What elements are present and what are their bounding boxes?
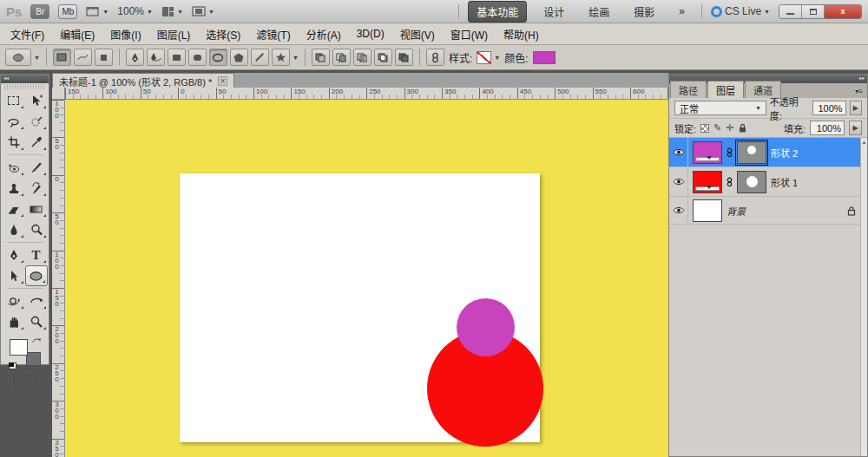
add-to-shape-button[interactable] [312,49,330,66]
layer-row-background[interactable]: 背景 [669,197,860,225]
healing-brush-tool[interactable] [3,157,25,178]
document-tab[interactable]: 未标题-1 @ 100% (形状 2, RGB/8) * × [52,73,234,88]
layer-row-shape-1[interactable]: 形状 1 [669,167,860,197]
layer-name[interactable]: 形状 2 [771,146,798,160]
quick-mask-button[interactable] [14,375,36,391]
visibility-toggle[interactable] [669,138,688,166]
tab-close-icon[interactable]: × [218,76,227,86]
tool-preset-picker[interactable] [5,49,31,66]
menu-filter[interactable]: 滤镜(T) [248,24,298,44]
subtract-from-shape-button[interactable] [332,49,351,66]
path-selection-tool[interactable] [3,265,25,286]
opacity-value[interactable]: 100% [812,101,846,115]
menu-3d[interactable]: 3D(D) [349,25,392,42]
layer-name[interactable]: 形状 1 [771,175,798,189]
menu-analysis[interactable]: 分析(A) [299,24,349,44]
menu-image[interactable]: 图像(I) [102,24,148,44]
tab-paths[interactable]: 路径 [670,81,707,98]
fill-pixels-button[interactable] [95,49,113,66]
history-brush-tool[interactable] [25,178,48,199]
restore-button[interactable] [802,5,825,18]
panel-menu-icon[interactable]: ▾≡ [855,88,863,95]
combine-shape-button[interactable] [395,49,413,66]
foreground-color-swatch[interactable] [10,339,28,356]
pen-tool-button[interactable] [126,49,144,66]
layer-thumbnail[interactable] [693,171,722,193]
opacity-spinner[interactable]: ▶ [850,101,862,115]
shape-2-circle[interactable] [457,298,515,356]
more-workspaces-button[interactable]: » [671,3,693,20]
bridge-button[interactable]: Br [30,4,49,19]
ruler-corner[interactable] [52,88,65,100]
3d-rotate-tool[interactable] [3,291,25,311]
cs-live-dropdown[interactable]: CS Live ▼ [711,5,770,17]
paths-button[interactable] [74,49,92,66]
lasso-tool[interactable] [3,111,25,132]
layer-name[interactable]: 背景 [727,204,746,218]
blur-tool[interactable] [3,219,25,240]
visibility-toggle[interactable] [669,197,688,224]
lock-paint-icon[interactable]: ✎ [713,123,721,133]
custom-shape-tool-button[interactable] [272,49,290,66]
menu-layer[interactable]: 图层(L) [149,24,199,44]
menu-view[interactable]: 视图(V) [392,24,443,44]
layer-thumbnail[interactable] [693,141,722,164]
quick-selection-tool[interactable] [25,111,48,132]
workspace-essentials-button[interactable]: 基本功能 [468,1,527,23]
ellipse-shape-tool[interactable] [25,265,48,286]
workspace-painting-button[interactable]: 绘画 [581,2,617,22]
lock-transparency-icon[interactable] [700,124,709,133]
gradient-tool[interactable] [25,199,48,219]
ellipse-tool-button[interactable] [209,49,227,66]
type-tool[interactable]: T [25,245,48,265]
3d-roll-tool[interactable] [25,291,48,311]
brush-tool[interactable] [25,157,48,178]
lock-position-icon[interactable]: ✛ [726,123,733,133]
background-color-swatch[interactable] [26,352,41,366]
menu-window[interactable]: 窗口(W) [443,24,496,44]
rectangular-marquee-tool[interactable] [3,90,25,111]
style-swatch[interactable] [477,51,491,64]
document-page[interactable] [180,173,540,442]
eraser-tool[interactable] [3,199,25,219]
swap-colors-icon[interactable] [31,336,42,346]
collapse-tools-button[interactable]: ◂◂ [1,75,49,83]
canvas-viewport[interactable] [65,100,668,457]
menu-select[interactable]: 选择(S) [198,24,248,44]
layer-thumbnail[interactable] [693,199,722,222]
style-link-button[interactable] [426,49,444,66]
pen-tool[interactable] [3,245,25,265]
hand-tool[interactable] [3,311,25,332]
close-button[interactable]: x [825,5,861,18]
fill-spinner[interactable]: ▶ [849,121,862,135]
menu-file[interactable]: 文件(F) [3,24,52,44]
arrange-documents-dropdown[interactable]: ▼ [161,6,183,17]
dodge-tool[interactable] [25,219,48,240]
view-extras-dropdown[interactable]: ▼ [86,6,108,16]
rectangle-tool-button[interactable] [168,49,186,66]
minimize-button[interactable] [779,5,802,18]
shape-layers-button[interactable] [53,49,71,66]
workspace-photography-button[interactable]: 摄影 [626,2,662,22]
intersect-shape-button[interactable] [353,49,372,66]
screen-mode-dropdown[interactable]: ▼ [192,6,214,16]
lock-all-icon[interactable] [739,123,746,133]
layer-row-shape-2[interactable]: 形状 2 [669,138,860,167]
default-colors-icon[interactable] [9,362,16,369]
fill-value[interactable]: 100% [810,121,845,135]
layers-scrollbar[interactable]: ▲ [860,138,867,456]
line-tool-button[interactable] [251,49,269,66]
clone-stamp-tool[interactable] [3,178,25,199]
horizontal-ruler[interactable]: 1501005005010015020025030035040045050055… [65,88,668,100]
crop-tool[interactable] [3,132,25,153]
visibility-toggle[interactable] [669,167,688,196]
vector-mask-thumbnail[interactable] [737,141,766,164]
panel-grip[interactable] [4,84,45,89]
vertical-ruler[interactable]: 10050050100150200250300350 [52,100,65,457]
blend-mode-select[interactable]: 正常 ▼ [674,101,766,115]
move-tool[interactable] [25,90,48,111]
rounded-rectangle-tool-button[interactable] [188,49,207,66]
tab-layers[interactable]: 图层 [707,81,744,98]
exclude-shape-button[interactable] [374,49,392,66]
menu-edit[interactable]: 编辑(E) [52,24,102,44]
